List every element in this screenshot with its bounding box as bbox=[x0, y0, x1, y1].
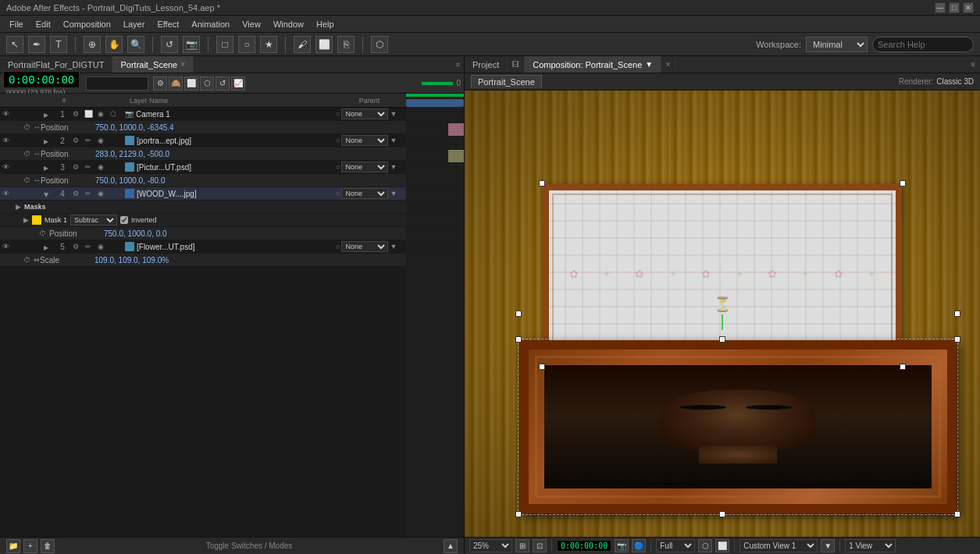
menu-animation[interactable]: Animation bbox=[185, 18, 236, 30]
resolution-select[interactable]: Full Half Quarter bbox=[656, 539, 695, 552]
layer5-parent-select[interactable]: None bbox=[341, 241, 388, 252]
layer-row-3[interactable]: 👁 ▶ 3 ⚙ ✏ ◉ bbox=[0, 161, 406, 174]
toolbar-anchor-tool[interactable]: ⊕ bbox=[84, 36, 101, 53]
toggle-graph-btn[interactable]: 📈 bbox=[231, 76, 245, 91]
zoom-select[interactable]: 25% 50% 100% bbox=[469, 539, 512, 552]
upper-sel-handle-tr[interactable] bbox=[900, 180, 906, 186]
upper-sel-handle-bl[interactable] bbox=[539, 364, 545, 370]
toolbar-pen-tool[interactable]: ✒ bbox=[28, 36, 45, 53]
delete-layer-btn[interactable]: 🗑 bbox=[41, 539, 55, 553]
sel-handle-bl[interactable] bbox=[515, 511, 522, 517]
layer1-sw2[interactable]: ⬜ bbox=[83, 108, 94, 119]
layer4-sw3[interactable]: ◉ bbox=[95, 188, 106, 199]
layer5-prop-stopwatch[interactable]: ⏱ bbox=[23, 256, 30, 264]
toolbar-puppet-tool[interactable]: ⬡ bbox=[371, 36, 388, 53]
layer4-sw1[interactable]: ⚙ bbox=[70, 188, 81, 199]
layer3-sw2[interactable]: ✏ bbox=[83, 162, 94, 172]
menu-composition[interactable]: Composition bbox=[57, 18, 117, 30]
sel-handle-br[interactable] bbox=[954, 511, 960, 517]
layer1-sw4[interactable]: ⬡ bbox=[108, 108, 119, 119]
mask1-prop-stopwatch[interactable]: ⏱ bbox=[39, 229, 46, 237]
sel-handle-mr[interactable] bbox=[954, 311, 960, 317]
layer-row-4[interactable]: 👁 ▶ 4 ⚙ ✏ ◉ bbox=[0, 187, 406, 201]
mask1-color-swatch[interactable] bbox=[32, 215, 41, 225]
view-options-btn[interactable]: ▼ bbox=[821, 539, 835, 552]
layer4-sw2[interactable]: ✏ bbox=[83, 188, 94, 199]
menu-view[interactable]: View bbox=[236, 18, 267, 30]
toggle-frame-render-btn[interactable]: ⬜ bbox=[184, 76, 198, 91]
tab-project[interactable]: Project bbox=[465, 56, 508, 73]
mask1-mode-select[interactable]: Subtrac Add Subtract Intersect None bbox=[70, 215, 117, 226]
layer-row-2[interactable]: 👁 ▶ 2 ⚙ ✏ ◉ bbox=[0, 134, 406, 147]
toggle-shy-btn[interactable]: 🙈 bbox=[169, 76, 183, 91]
sel-handle-tm[interactable] bbox=[719, 336, 725, 343]
layer2-prop-stopwatch[interactable]: ⏱ bbox=[23, 150, 30, 158]
layer-row-5[interactable]: 👁 ▶ 5 ⚙ ✏ ◉ bbox=[0, 240, 406, 254]
toolbar-paint-tool[interactable]: 🖌 bbox=[294, 36, 311, 53]
mask1-inverted-checkbox[interactable] bbox=[120, 216, 128, 224]
layer2-expand-icon[interactable]: ▶ bbox=[44, 138, 48, 145]
mask1-expand-icon[interactable]: ▶ bbox=[23, 216, 29, 224]
toolbar-camera-tool[interactable]: 📷 bbox=[183, 36, 200, 53]
menu-layer[interactable]: Layer bbox=[117, 18, 151, 30]
view-select[interactable]: Custom View 1 Active Camera Front Left T… bbox=[739, 539, 818, 552]
layer2-sw1[interactable]: ⚙ bbox=[70, 135, 81, 146]
fast-preview-btn[interactable]: ⬡ bbox=[698, 539, 712, 552]
layer2-parent-select[interactable]: None bbox=[341, 135, 388, 146]
comp-tab-dropdown[interactable]: ▼ bbox=[645, 60, 653, 69]
close-button[interactable]: ✕ bbox=[963, 2, 974, 13]
layer1-parent-select[interactable]: None bbox=[341, 108, 388, 119]
project-icon-btn[interactable]: 🎞 bbox=[508, 56, 525, 73]
menu-window[interactable]: Window bbox=[267, 18, 310, 30]
toolbar-clone-tool[interactable]: ⎘ bbox=[337, 36, 355, 53]
layer3-prop-stopwatch[interactable]: ⏱ bbox=[23, 176, 30, 184]
layer4-expand-icon[interactable]: ▶ bbox=[43, 193, 50, 197]
layer3-vis-toggle[interactable]: 👁 bbox=[0, 163, 11, 171]
tab-portrait-scene-close[interactable]: × bbox=[180, 60, 185, 69]
snapshot-btn[interactable]: 📷 bbox=[615, 539, 629, 552]
upper-sel-handle-br[interactable] bbox=[900, 364, 906, 370]
layer1-vis-toggle[interactable]: 👁 bbox=[0, 110, 11, 118]
time-display[interactable]: 0:00:00:00 bbox=[3, 71, 80, 88]
layer1-expand-icon[interactable]: ▶ bbox=[44, 112, 48, 119]
sel-handle-ml[interactable] bbox=[515, 311, 522, 317]
layer3-parent-select[interactable]: None bbox=[341, 162, 388, 172]
layer2-vis-toggle[interactable]: 👁 bbox=[0, 137, 11, 144]
fit-view-btn[interactable]: ⊞ bbox=[515, 539, 529, 552]
show-channel-btn[interactable]: 🔵 bbox=[632, 539, 646, 552]
toolbar-ellipse-tool[interactable]: ○ bbox=[238, 36, 255, 53]
layer1-prop-stopwatch[interactable]: ⏱ bbox=[23, 123, 30, 131]
layer-search-input[interactable] bbox=[86, 76, 148, 91]
comp-tab-close[interactable]: × bbox=[661, 56, 675, 73]
toolbar-eraser-tool[interactable]: ⬜ bbox=[315, 36, 333, 53]
toolbar-hand-tool[interactable]: ✋ bbox=[105, 36, 123, 53]
add-layer-btn[interactable]: + bbox=[23, 539, 37, 553]
layer2-sw2[interactable]: ✏ bbox=[83, 135, 94, 146]
layer4-parent-select[interactable]: None bbox=[341, 188, 388, 199]
toggle-proxies-btn[interactable]: ⬡ bbox=[200, 76, 214, 91]
toolbar-rotate-tool[interactable]: ↺ bbox=[161, 36, 178, 53]
toolbar-zoom-tool[interactable]: 🔍 bbox=[127, 36, 144, 53]
search-help-input[interactable] bbox=[872, 37, 974, 52]
menu-file[interactable]: File bbox=[3, 18, 30, 30]
layer1-sw3[interactable]: ◉ bbox=[95, 108, 106, 119]
upper-sel-handle-tl[interactable] bbox=[539, 180, 545, 186]
layer3-expand-icon[interactable]: ▶ bbox=[44, 165, 48, 172]
layer-row-1[interactable]: 👁 ▶ 1 ⚙ ⬜ ◉ ⬡ bbox=[0, 108, 406, 121]
minimize-button[interactable]: — bbox=[935, 2, 946, 13]
sel-handle-tl[interactable] bbox=[515, 336, 522, 343]
masks-expand-icon[interactable]: ▶ bbox=[16, 203, 21, 211]
toolbar-select-tool[interactable]: ↖ bbox=[6, 36, 23, 53]
layer5-sw2[interactable]: ✏ bbox=[83, 241, 94, 252]
tab-composition[interactable]: Composition: Portrait_Scene ▼ bbox=[525, 56, 661, 73]
layer5-expand-icon[interactable]: ▶ bbox=[44, 244, 48, 251]
sel-handle-tr[interactable] bbox=[954, 336, 960, 343]
pixel-aspect-btn[interactable]: ⊡ bbox=[533, 539, 547, 552]
tab-portrait-scene[interactable]: Portrait_Scene × bbox=[112, 56, 194, 73]
panel-menu-icon[interactable]: ≡ bbox=[455, 61, 461, 69]
right-panel-menu-icon[interactable]: ≡ bbox=[971, 60, 975, 69]
menu-edit[interactable]: Edit bbox=[30, 18, 57, 30]
layer5-sw1[interactable]: ⚙ bbox=[70, 241, 81, 252]
toggle-live-update-btn[interactable]: ↺ bbox=[216, 76, 230, 91]
sel-handle-bm[interactable] bbox=[719, 511, 725, 517]
